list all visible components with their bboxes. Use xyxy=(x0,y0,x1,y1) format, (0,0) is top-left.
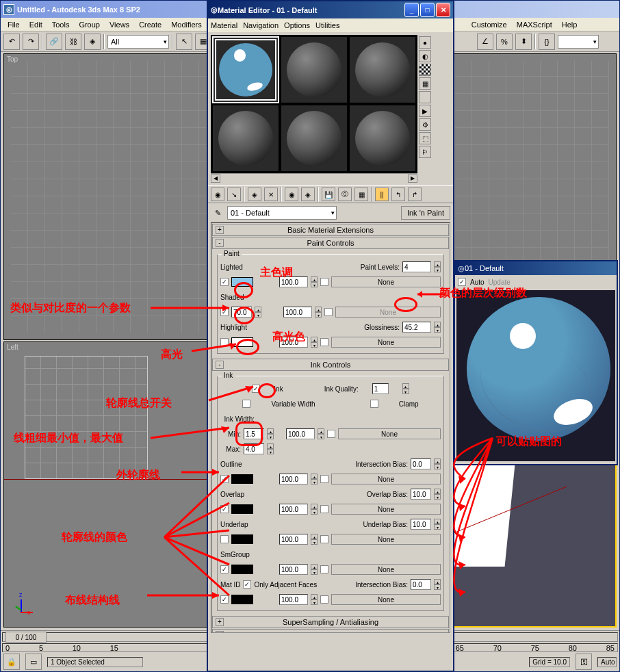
menu-help[interactable]: Help xyxy=(558,19,582,30)
highlight-map-button[interactable]: None xyxy=(331,337,441,348)
lighted-amount[interactable]: 100.0 xyxy=(279,276,308,287)
redo-button[interactable]: ↷ xyxy=(23,34,39,50)
snap-percent-button[interactable]: % xyxy=(496,34,513,50)
underlap-bias-spinner[interactable]: 10.0 xyxy=(411,519,431,530)
color-check-icon[interactable] xyxy=(419,91,431,103)
highlight-amount[interactable]: 100.0 xyxy=(279,337,308,348)
overlap-amount[interactable]: 100.0 xyxy=(279,504,308,515)
menu-group[interactable]: Group xyxy=(75,19,104,30)
variable-width-checkbox[interactable] xyxy=(242,400,250,408)
max-width-spinner[interactable]: 4.0 xyxy=(244,443,264,454)
width-map-checkbox[interactable] xyxy=(327,430,335,438)
sample-slot-3[interactable] xyxy=(349,36,416,103)
highlight-color[interactable] xyxy=(231,337,253,347)
min-width-spinner[interactable]: 1.5 xyxy=(244,428,264,439)
undo-button[interactable]: ↶ xyxy=(3,34,20,50)
matid-map-button[interactable]: None xyxy=(331,594,441,605)
show-map-icon[interactable]: ▦ xyxy=(354,188,368,201)
paint-levels-spinner[interactable]: 4 xyxy=(402,261,431,272)
smgroup-color[interactable] xyxy=(231,565,253,574)
lighted-color[interactable] xyxy=(231,277,253,287)
options-icon[interactable]: ⚙ xyxy=(419,118,431,131)
lighted-map-checkbox[interactable] xyxy=(320,278,328,286)
named-sets-button[interactable]: {} xyxy=(539,34,555,50)
overlap-map-button[interactable]: None xyxy=(331,504,441,515)
go-sibling-icon[interactable]: ↱ xyxy=(408,188,422,201)
material-editor-titlebar[interactable]: ◎ Material Editor - 01 - Default _ □ ✕ xyxy=(208,1,453,18)
select-by-mat-icon[interactable]: ⬚ xyxy=(419,132,431,144)
select-button[interactable]: ↖ xyxy=(176,34,192,50)
outline-checkbox[interactable]: ✓ xyxy=(220,475,229,483)
outline-map-button[interactable]: None xyxy=(331,474,441,484)
menu-create[interactable]: Create xyxy=(135,19,166,30)
menu-file[interactable]: File xyxy=(3,19,24,30)
menu-customize[interactable]: Customize xyxy=(467,19,511,30)
backlight-icon[interactable]: ◐ xyxy=(419,50,431,62)
close-button[interactable]: ✕ xyxy=(436,3,450,17)
width-map-button[interactable]: None xyxy=(338,428,441,439)
rollout-ink-controls[interactable]: - Ink Controls xyxy=(212,359,449,371)
update-button[interactable]: Update xyxy=(489,279,511,286)
rollout-paint-controls[interactable]: - Paint Controls xyxy=(212,237,449,249)
sample-slot-5[interactable] xyxy=(281,105,348,172)
spinner-arrows[interactable]: ▴▾ xyxy=(434,261,441,272)
scroll-right[interactable]: ▶ xyxy=(408,175,417,183)
smgroup-checkbox[interactable]: ✓ xyxy=(220,565,229,573)
lighted-checkbox[interactable]: ✓ xyxy=(220,278,229,286)
get-material-icon[interactable]: ◉ xyxy=(211,188,224,201)
make-unique-icon[interactable]: ◈ xyxy=(301,188,315,201)
collapse-icon[interactable]: - xyxy=(216,361,224,369)
only-adjacent-checkbox[interactable]: ✓ xyxy=(243,580,251,589)
menu-views[interactable]: Views xyxy=(105,19,133,30)
key-icon[interactable]: ⚿ xyxy=(576,654,592,670)
selection-lock[interactable]: ▭ xyxy=(25,654,42,670)
put-to-lib-icon[interactable]: 💾 xyxy=(322,188,335,201)
reset-icon[interactable]: ✕ xyxy=(264,188,278,201)
shaded-map-checkbox[interactable] xyxy=(324,308,333,316)
matid-amount[interactable]: 100.0 xyxy=(279,594,308,605)
bind-button[interactable]: ◈ xyxy=(84,34,101,50)
rollout-mentalray[interactable]: + mental ray Connection xyxy=(212,629,449,633)
rollout-supersampling[interactable]: + SuperSampling / Antialiasing xyxy=(212,616,449,628)
underlap-checkbox[interactable] xyxy=(220,535,229,543)
shaded-checkbox[interactable]: ✓ xyxy=(220,308,229,316)
matid-color[interactable] xyxy=(231,595,253,604)
make-copy-icon[interactable]: ◉ xyxy=(285,188,298,201)
selection-filter[interactable]: All xyxy=(107,35,169,49)
assign-to-sel-icon[interactable]: ◈ xyxy=(248,188,261,201)
shaded-amount[interactable]: 100.0 xyxy=(283,307,312,318)
outline-color[interactable] xyxy=(231,474,253,484)
smgroup-map-checkbox[interactable] xyxy=(320,565,328,573)
rollouts-panel[interactable]: + Basic Material Extensions - Paint Cont… xyxy=(211,222,450,633)
ink-quality-spinner[interactable]: 1 xyxy=(372,383,389,394)
underlap-map-button[interactable]: None xyxy=(331,534,441,545)
highlight-map-checkbox[interactable] xyxy=(320,338,328,346)
lock-icon[interactable]: 🔒 xyxy=(3,654,20,670)
overlap-checkbox[interactable]: ✓ xyxy=(220,505,229,513)
menu-tools[interactable]: Tools xyxy=(48,19,74,30)
expand-icon[interactable]: + xyxy=(216,631,224,633)
menu-edit[interactable]: Edit xyxy=(25,19,47,30)
sample-type-icon[interactable]: ● xyxy=(419,36,431,49)
spinner-snap-button[interactable]: ⬍ xyxy=(515,34,532,50)
named-sets-combo[interactable] xyxy=(558,35,599,49)
material-name-field[interactable]: 01 - Default xyxy=(227,206,337,220)
matid-checkbox[interactable]: ✓ xyxy=(220,595,229,604)
collapse-icon[interactable]: - xyxy=(216,239,224,247)
underlap-map-checkbox[interactable] xyxy=(320,535,328,543)
menu-options[interactable]: Options xyxy=(284,21,310,29)
matid-bias-spinner[interactable]: 0.0 xyxy=(411,579,431,590)
material-editor-menubar[interactable]: Material Navigation Options Utilities xyxy=(208,18,453,32)
clamp-checkbox[interactable] xyxy=(370,400,378,408)
menu-material[interactable]: Material xyxy=(211,21,237,29)
preview-titlebar[interactable]: ◎ 01 - Default xyxy=(455,261,617,275)
outline-amount[interactable]: 100.0 xyxy=(279,474,308,484)
auto-checkbox[interactable]: ✓ xyxy=(458,278,466,286)
background-icon[interactable] xyxy=(419,64,431,76)
smgroup-amount[interactable]: 100.0 xyxy=(279,564,308,575)
expand-icon[interactable]: + xyxy=(216,226,224,234)
lighted-map-button[interactable]: None xyxy=(331,276,441,287)
show-end-icon[interactable]: || xyxy=(375,188,389,201)
go-parent-icon[interactable]: ↰ xyxy=(391,188,405,201)
mat-effects-icon[interactable]: ⓪ xyxy=(338,188,352,201)
